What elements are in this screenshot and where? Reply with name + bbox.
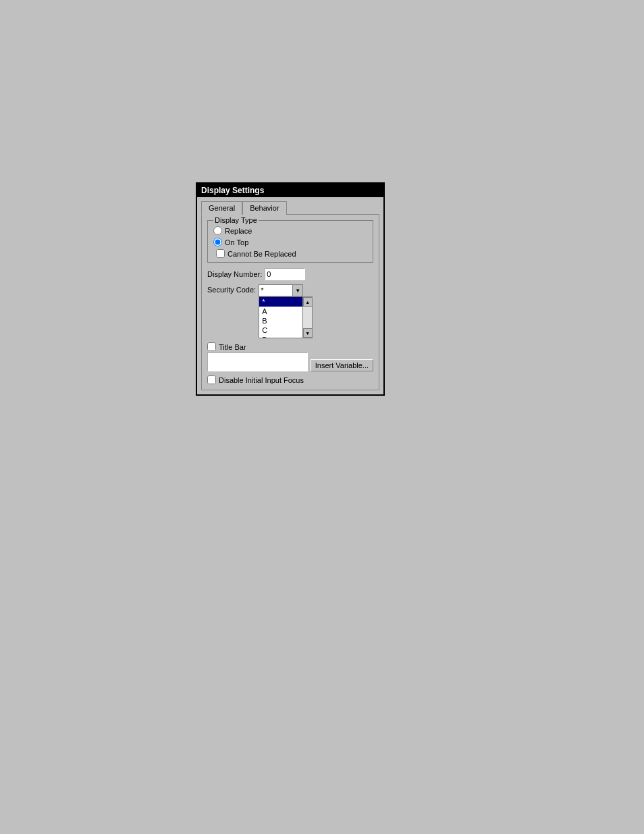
title-bar-label: Title Bar [219,343,246,351]
checkbox-title-bar[interactable] [207,342,216,351]
disable-focus-label: Disable Initial Input Focus [219,376,304,384]
scroll-up-btn[interactable]: ▲ [303,297,313,307]
security-code-dropdown-list: * A B C D ▲ ▼ [259,296,313,338]
security-code-dropdown-btn[interactable]: ▼ [292,284,303,296]
disable-focus-row: Disable Initial Input Focus [207,375,373,384]
display-number-input[interactable] [265,268,305,280]
display-type-group: Display Type Replace On Top Cannot Be Re… [207,220,373,263]
radio-on-top-label: On Top [225,238,248,246]
cannot-be-replaced-label: Cannot Be Replaced [227,250,296,258]
display-type-legend: Display Type [213,216,259,224]
radio-replace-label: Replace [225,227,252,235]
security-code-label: Security Code: [207,286,256,294]
title-bar-row: Title Bar [207,342,373,351]
tab-general[interactable]: General [201,201,242,215]
checkbox-disable-focus[interactable] [207,375,216,384]
insert-variable-button[interactable]: Insert Variable... [311,359,373,371]
security-code-combo-container: ▼ * A B C D ▲ [259,284,303,296]
title-bar-textarea[interactable] [207,353,308,371]
display-number-row: Display Number: [207,268,373,280]
checkbox-cannot-be-replaced[interactable] [216,249,225,258]
scroll-down-btn[interactable]: ▼ [303,328,313,338]
tab-bar: General Behavior [201,201,379,215]
display-number-label: Display Number: [207,270,262,278]
radio-replace[interactable] [213,226,222,235]
dialog-title: Display Settings [201,186,264,195]
dropdown-inner: * A B C D ▲ ▼ [259,297,312,338]
title-bar-section: Title Bar Insert Variable... [207,342,373,371]
tab-behavior[interactable]: Behavior [242,201,286,215]
dialog-body: General Behavior Display Type Replace [197,197,383,394]
dropdown-scrollbar: ▲ ▼ [302,297,312,338]
radio-on-top[interactable] [213,238,222,246]
dialog-titlebar: Display Settings [197,184,383,197]
radio-replace-row: Replace [213,226,367,235]
scroll-track [303,307,312,328]
security-code-input[interactable] [259,284,292,296]
dialog-wrapper: Display Settings General Behavior Displa… [196,182,385,396]
security-code-row: Security Code: ▼ * A B C [207,284,373,296]
title-bar-input-row: Insert Variable... [207,353,373,371]
display-settings-dialog: Display Settings General Behavior Displa… [196,182,385,396]
cannot-be-replaced-row: Cannot Be Replaced [216,249,367,258]
security-code-combo: ▼ [259,284,303,296]
radio-on-top-row: On Top [213,238,367,246]
tab-content-general: Display Type Replace On Top Cannot Be Re… [201,214,379,390]
